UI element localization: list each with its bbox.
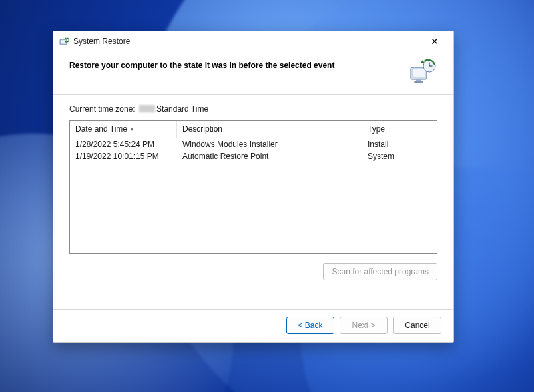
svg-rect-6 [414, 81, 423, 83]
sort-descending-icon: ▾ [131, 126, 134, 132]
cell-description: Windows Modules Installer [177, 140, 362, 149]
wizard-footer: < Back Next > Cancel [53, 309, 453, 342]
back-button[interactable]: < Back [286, 317, 334, 334]
column-header-date-label: Date and Time [75, 124, 127, 134]
close-icon: ✕ [431, 37, 439, 46]
system-restore-dialog: System Restore ✕ Restore your computer t… [53, 31, 454, 343]
headline-text: Restore your computer to the state it wa… [69, 58, 400, 70]
timezone-prefix: Current time zone: [69, 104, 138, 114]
cell-type: Install [362, 140, 437, 149]
column-header-description[interactable]: Description [177, 121, 362, 138]
system-restore-large-icon [408, 58, 437, 85]
svg-rect-5 [416, 79, 421, 81]
table-row[interactable] [70, 222, 437, 234]
svg-rect-4 [413, 69, 425, 77]
svg-rect-1 [61, 41, 65, 43]
titlebar[interactable]: System Restore ✕ [53, 31, 453, 51]
table-row[interactable] [70, 234, 437, 246]
table-row[interactable] [70, 198, 437, 210]
scan-row: Scan for affected programs [69, 263, 437, 280]
cancel-button[interactable]: Cancel [393, 317, 441, 334]
table-row[interactable] [70, 162, 437, 174]
timezone-redacted [139, 105, 155, 112]
table-row[interactable] [70, 174, 437, 186]
column-header-type-label: Type [368, 124, 385, 134]
table-row[interactable]: 1/28/2022 5:45:24 PM Windows Modules Ins… [70, 138, 437, 150]
header-section: Restore your computer to the state it wa… [53, 51, 453, 95]
cell-date: 1/19/2022 10:01:15 PM [70, 152, 177, 161]
system-restore-icon [59, 36, 69, 47]
table-row[interactable]: 1/19/2022 10:01:15 PM Automatic Restore … [70, 150, 437, 162]
close-button[interactable]: ✕ [421, 32, 448, 51]
column-header-date[interactable]: Date and Time ▾ [70, 121, 177, 138]
cell-type: System [362, 152, 437, 161]
table-row[interactable] [70, 210, 437, 222]
cell-date: 1/28/2022 5:45:24 PM [70, 140, 177, 149]
timezone-label: Current time zone: Standard Time [69, 104, 437, 114]
scan-affected-programs-button[interactable]: Scan for affected programs [323, 263, 437, 280]
cell-description: Automatic Restore Point [177, 152, 362, 161]
restore-points-table[interactable]: Date and Time ▾ Description Type 1/28/20… [69, 120, 437, 254]
svg-marker-2 [65, 37, 67, 39]
timezone-suffix: Standard Time [156, 104, 208, 114]
table-header-row: Date and Time ▾ Description Type [70, 121, 437, 138]
column-header-type[interactable]: Type [362, 121, 437, 138]
table-body: 1/28/2022 5:45:24 PM Windows Modules Ins… [70, 138, 437, 246]
next-button[interactable]: Next > [340, 317, 388, 334]
column-header-description-label: Description [182, 124, 222, 134]
body-section: Current time zone: Standard Time Date an… [53, 95, 453, 309]
window-title: System Restore [73, 37, 130, 46]
table-row[interactable] [70, 186, 437, 198]
desktop-wallpaper: System Restore ✕ Restore your computer t… [0, 0, 534, 392]
